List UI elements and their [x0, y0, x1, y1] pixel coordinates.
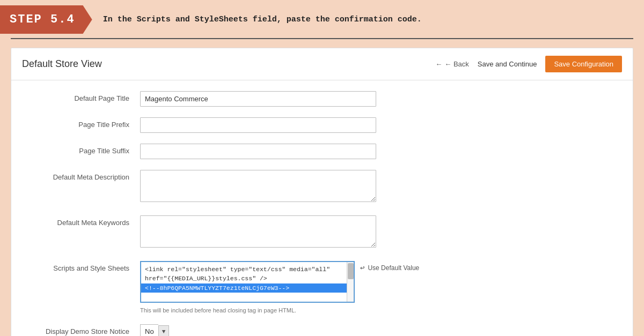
page-title-suffix-row: Page Title Suffix [11, 138, 633, 165]
scripts-code-display: <link rel="stylesheet" type="text/css" m… [140, 261, 355, 303]
default-page-title-row: Default Page Title [11, 86, 633, 112]
code-line-3: <!--8hP6QPA5NMWTLYYZT7ez1teNLCjG7eW3--> [141, 283, 354, 293]
scripts-controls: <link rel="stylesheet" type="text/css" m… [140, 261, 419, 313]
default-page-title-wrap [140, 91, 376, 107]
default-meta-keywords-row: Default Meta Keywords [11, 210, 633, 256]
step-label: STEP 5.4 [0, 5, 92, 34]
save-configuration-button[interactable]: Save Configuration [545, 56, 622, 72]
default-page-title-label: Default Page Title [22, 91, 140, 102]
scripts-label: Scripts and Style Sheets [22, 261, 140, 272]
demo-store-label: Display Demo Store Notice [22, 327, 140, 335]
demo-store-dropdown-arrow[interactable]: ▼ [158, 325, 170, 337]
demo-store-row: Display Demo Store Notice No ▼ [11, 319, 633, 336]
default-meta-description-label: Default Meta Description [22, 170, 140, 181]
card-header: Default Store View ← ← Back Save and Con… [11, 48, 633, 80]
scripts-hint: This will be included before head closin… [140, 307, 419, 313]
step-banner: STEP 5.4 In the Scripts and StyleSheets … [0, 0, 644, 34]
default-meta-description-wrap [140, 170, 376, 205]
page-title-prefix-wrap [140, 117, 376, 133]
default-meta-keywords-input[interactable] [140, 215, 376, 248]
back-button[interactable]: ← ← Back [435, 60, 469, 68]
default-meta-description-input[interactable] [140, 170, 376, 202]
scrollbar-track[interactable] [347, 262, 354, 302]
step-instruction: In the Scripts and StyleSheets field, pa… [92, 15, 644, 24]
undo-icon: ↩ [360, 263, 364, 272]
page-title-prefix-row: Page Title Prefix [11, 112, 633, 138]
default-meta-keywords-label: Default Meta Keywords [22, 215, 140, 227]
page-title-prefix-input[interactable] [140, 117, 376, 133]
scripts-row: Scripts and Style Sheets <link rel="styl… [11, 256, 633, 319]
scripts-textarea-wrapper: <link rel="stylesheet" type="text/css" m… [140, 261, 355, 303]
header-actions: ← ← Back Save and Continue Save Configur… [435, 56, 622, 72]
back-arrow-icon: ← [435, 60, 442, 68]
demo-store-select-value[interactable]: No [140, 324, 158, 336]
page-title-prefix-label: Page Title Prefix [22, 117, 140, 129]
use-default-label[interactable]: Use Default Value [368, 264, 419, 272]
save-continue-button[interactable]: Save and Continue [478, 60, 537, 68]
use-default-wrap: ↩ Use Default Value [360, 261, 419, 272]
header-divider [11, 38, 633, 39]
demo-store-select-wrap: No ▼ [140, 324, 169, 336]
card-title: Default Store View [22, 58, 435, 70]
code-line-2: {{MEDIA_URL}}styles.css" /> [167, 275, 267, 282]
default-meta-description-row: Default Meta Description [11, 165, 633, 210]
page-title-suffix-input[interactable] [140, 144, 376, 159]
page-title-suffix-wrap [140, 144, 376, 159]
default-meta-keywords-wrap [140, 215, 376, 250]
form-body: Default Page Title Page Title Prefix Pag… [11, 80, 633, 336]
scrollbar-thumb [348, 263, 354, 279]
main-card: Default Store View ← ← Back Save and Con… [11, 48, 633, 336]
default-page-title-input[interactable] [140, 91, 376, 107]
page-title-suffix-label: Page Title Suffix [22, 144, 140, 155]
back-label: ← Back [444, 60, 469, 68]
